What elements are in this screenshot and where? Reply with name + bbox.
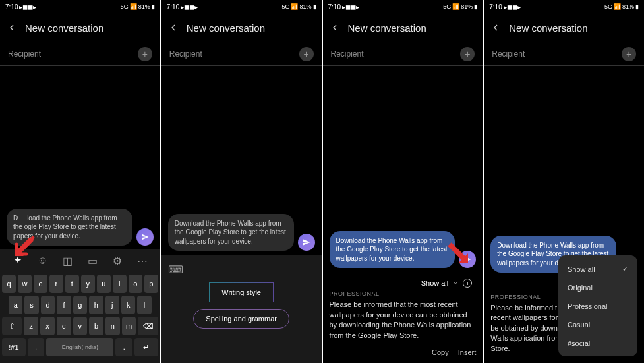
add-recipient-button[interactable]: + <box>138 47 152 61</box>
period-key[interactable]: . <box>115 338 132 356</box>
backspace-key[interactable]: ⌫ <box>138 317 158 335</box>
status-battery: 81% <box>138 3 150 10</box>
status-bar: 7:10▸◼◼▸ 5G📶81%▮ <box>323 0 483 13</box>
recipient-field[interactable]: Recipient <box>492 50 525 59</box>
key-g[interactable]: g <box>73 296 87 314</box>
ai-suggestion-panel: ⌨ Writing style Spelling and grammar <box>161 255 322 363</box>
send-icon <box>303 238 310 246</box>
info-icon[interactable]: i <box>463 279 472 288</box>
gif-icon[interactable]: ◫ <box>61 254 74 267</box>
recipient-field[interactable]: Recipient <box>169 50 202 59</box>
screenshot-2: 7:10▸◼◼▸ 5G📶81%▮ New conversation Recipi… <box>161 0 322 363</box>
key-q[interactable]: q <box>2 275 16 293</box>
key-n[interactable]: n <box>105 317 120 335</box>
add-recipient-button[interactable]: + <box>622 47 636 61</box>
keyboard-collapse-icon[interactable]: ⌨ <box>169 263 183 276</box>
screenshot-4: 7:10▸◼◼▸ 5G📶81%▮ New conversation Recipi… <box>484 0 644 363</box>
clipboard-icon[interactable]: ▭ <box>86 254 99 267</box>
status-bar: 7:10▸◼◼▸ 5G📶81%▮ <box>484 0 644 13</box>
result-text: Please be informed that the most recent … <box>330 300 477 341</box>
tutorial-arrow <box>443 238 469 264</box>
page-title: New conversation <box>509 22 587 34</box>
add-recipient-button[interactable]: + <box>460 47 475 61</box>
back-icon[interactable] <box>490 22 501 33</box>
key-j[interactable]: j <box>105 296 119 314</box>
dropdown-casual[interactable]: Casual <box>558 315 637 334</box>
status-time: 7:10 <box>328 3 341 11</box>
show-all-row: Show all i <box>330 276 477 290</box>
back-icon[interactable] <box>7 22 17 33</box>
key-x[interactable]: x <box>40 317 55 335</box>
key-o[interactable]: o <box>129 275 142 293</box>
key-y[interactable]: y <box>81 275 95 293</box>
key-i[interactable]: i <box>113 275 127 293</box>
message-input-row: Download the Phone Walls app from the Go… <box>161 210 322 255</box>
chevron-down-icon[interactable] <box>452 280 459 286</box>
status-network: 5G <box>121 3 129 10</box>
recipient-row: Recipient + <box>0 42 160 66</box>
conversation-area <box>484 66 644 232</box>
dropdown-show-all[interactable]: Show all✓ <box>558 259 637 279</box>
key-b[interactable]: b <box>89 317 103 335</box>
key-u[interactable]: u <box>97 275 111 293</box>
recipient-row: Recipient + <box>484 42 644 66</box>
screenshot-3: 7:10▸◼◼▸ 5G📶81%▮ New conversation Recipi… <box>323 0 483 363</box>
symbols-key[interactable]: !#1 <box>2 338 26 356</box>
key-l[interactable]: l <box>137 296 151 314</box>
key-a[interactable]: a <box>9 296 22 314</box>
key-d[interactable]: d <box>41 296 55 314</box>
status-time: 7:10 <box>167 3 179 11</box>
more-icon[interactable]: ⋯ <box>136 254 149 267</box>
recipient-field[interactable]: Recipient <box>331 50 364 59</box>
status-time: 7:10 <box>489 3 502 11</box>
dropdown-professional[interactable]: Professional <box>558 297 637 315</box>
message-input-selected[interactable]: Download the Phone Walls app from the Go… <box>330 231 455 269</box>
recipient-field[interactable]: Recipient <box>8 50 41 59</box>
conversation-area <box>0 66 160 205</box>
send-button[interactable] <box>298 234 315 251</box>
key-v[interactable]: v <box>73 317 88 335</box>
settings-icon[interactable]: ⚙ <box>111 254 124 267</box>
battery-icon: ▮ <box>152 3 155 10</box>
page-title: New conversation <box>348 22 426 34</box>
style-dropdown: Show all✓ Original Professional Casual #… <box>558 255 637 356</box>
conversation-area <box>161 66 322 210</box>
shift-key[interactable]: ⇧ <box>2 317 22 335</box>
key-t[interactable]: t <box>65 275 79 293</box>
signal-icon: 📶 <box>130 3 137 10</box>
spelling-grammar-button[interactable]: Spelling and grammar <box>193 309 289 329</box>
writing-style-button[interactable]: Writing style <box>209 282 274 302</box>
page-title: New conversation <box>25 22 103 34</box>
send-icon <box>141 233 149 241</box>
status-icons-left: ▸◼◼▸ <box>19 3 36 11</box>
insert-button[interactable]: Insert <box>458 348 477 356</box>
dropdown-original[interactable]: Original <box>558 279 637 297</box>
key-f[interactable]: f <box>57 296 71 314</box>
back-icon[interactable] <box>330 22 340 33</box>
dropdown-social[interactable]: #social <box>558 334 637 352</box>
key-w[interactable]: w <box>18 275 32 293</box>
key-k[interactable]: k <box>121 296 135 314</box>
show-all-dropdown[interactable]: Show all <box>421 279 449 287</box>
comma-key[interactable]: , <box>28 338 45 356</box>
key-e[interactable]: e <box>34 275 47 293</box>
send-button[interactable] <box>136 228 154 246</box>
copy-button[interactable]: Copy <box>432 348 449 356</box>
key-m[interactable]: m <box>122 317 136 335</box>
enter-key[interactable]: ↵ <box>134 338 158 356</box>
status-time: 7:10 <box>5 3 18 11</box>
message-input[interactable]: Download the Phone Walls app from the Go… <box>168 214 294 251</box>
key-c[interactable]: c <box>57 317 71 335</box>
key-h[interactable]: h <box>89 296 103 314</box>
add-recipient-button[interactable]: + <box>299 47 314 61</box>
space-key[interactable]: English(India) <box>46 338 113 356</box>
key-z[interactable]: z <box>24 317 38 335</box>
page-title: New conversation <box>187 22 265 34</box>
keyboard: qwertyuiop asdfghjkl ⇧ zxcvbnm ⌫ !#1 , E… <box>0 272 160 363</box>
check-icon: ✓ <box>622 265 628 273</box>
key-s[interactable]: s <box>24 296 38 314</box>
key-r[interactable]: r <box>49 275 63 293</box>
back-icon[interactable] <box>168 22 179 33</box>
key-p[interactable]: p <box>144 275 158 293</box>
status-bar: 7:10▸◼◼▸ 5G📶81%▮ <box>161 0 322 13</box>
